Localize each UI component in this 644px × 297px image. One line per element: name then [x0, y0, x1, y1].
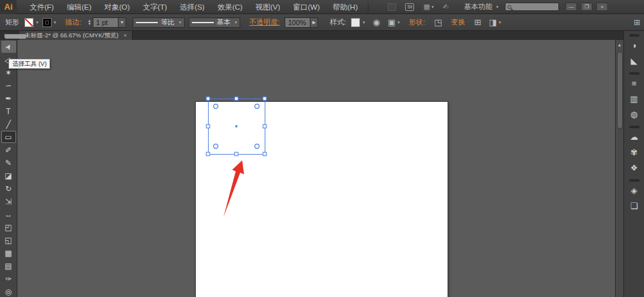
- brush-line-icon: [192, 22, 214, 23]
- opacity-input[interactable]: 100%: [285, 17, 310, 28]
- recolor-artwork-icon[interactable]: ◉: [373, 17, 380, 27]
- menu-item-4[interactable]: 选择(S): [173, 0, 211, 14]
- transparency-panel-icon[interactable]: ◍: [627, 107, 642, 121]
- menu-item-5[interactable]: 效果(C): [211, 0, 249, 14]
- dock-grip[interactable]: [629, 72, 639, 75]
- eyedropper-tool[interactable]: ✑: [1, 273, 16, 285]
- eraser-tool-icon: ◪: [5, 171, 12, 180]
- tooltip: 选择工具 (V): [8, 59, 50, 69]
- stroke-weight-dropdown[interactable]: ▼: [118, 17, 126, 28]
- selection-tool[interactable]: ➤: [1, 41, 16, 53]
- document-tab[interactable]: 未标题-2* @ 66.67% (CMYK/预览) ×: [19, 31, 133, 40]
- stroke-weight-stepper[interactable]: ▲▼: [88, 19, 91, 26]
- fill-color-control[interactable]: ▾: [24, 18, 39, 27]
- brush-definition-dropdown[interactable]: 基本 ▾: [189, 17, 241, 28]
- bridge-icon[interactable]: [388, 3, 396, 11]
- width-profile-dropdown[interactable]: 等比 ▾: [133, 17, 185, 28]
- transform-panel-icon[interactable]: ⊞: [474, 17, 481, 27]
- control-bar: 矩形 ▾ ▾ 描边: ▲▼ 1 pt ▼ 等比 ▾ 基本 ▾ 不透明度: 100…: [0, 14, 644, 31]
- divider: [368, 3, 368, 12]
- lasso-tool[interactable]: ∽: [1, 79, 16, 91]
- scale-tool[interactable]: ⇲: [1, 195, 16, 207]
- search-icon: [507, 5, 511, 9]
- chevron-down-icon: ▾: [397, 20, 400, 25]
- dock-grip[interactable]: [629, 34, 639, 37]
- stroke-panel-icon[interactable]: ≡: [627, 76, 642, 90]
- pen-tool[interactable]: ✒: [1, 92, 16, 104]
- layers-panel-icon[interactable]: ◈: [627, 183, 642, 197]
- stroke-weight-label[interactable]: 描边:: [65, 17, 81, 27]
- chevron-down-icon: ▾: [431, 5, 434, 10]
- fill-swatch-none[interactable]: [24, 18, 33, 27]
- type-tool-icon: T: [6, 107, 10, 116]
- width-tool[interactable]: ↔: [1, 208, 16, 220]
- rectangle-tool-icon: ▭: [5, 133, 12, 142]
- restore-button[interactable]: ❐: [581, 3, 592, 11]
- color-guide-panel-icon[interactable]: ◣: [627, 53, 642, 68]
- artboard[interactable]: [196, 102, 448, 297]
- line-segment-tool[interactable]: ╱: [1, 118, 16, 130]
- dock-grip[interactable]: [629, 126, 639, 128]
- type-tool[interactable]: T: [1, 105, 16, 117]
- transform-label[interactable]: 变换: [451, 17, 465, 27]
- close-button[interactable]: ×: [596, 3, 608, 11]
- stroke-color-control[interactable]: ▾: [43, 18, 57, 27]
- vertical-scrollbar[interactable]: ▲: [615, 40, 623, 297]
- menu-item-2[interactable]: 对象(O): [98, 0, 137, 14]
- workspace-switcher[interactable]: 基本功能 ▾: [464, 2, 498, 12]
- gradient-panel-icon[interactable]: ▥: [627, 91, 642, 106]
- stroke-swatch[interactable]: [43, 18, 52, 27]
- align-options-icon[interactable]: ▣▾: [388, 17, 400, 27]
- menu-item-3[interactable]: 文字(T): [137, 0, 174, 14]
- scrollbar-thumb[interactable]: [617, 52, 623, 129]
- isolate-object-icon[interactable]: ◨▾: [489, 17, 501, 27]
- rotate-tool[interactable]: ↻: [1, 182, 16, 195]
- graphic-style-control[interactable]: ▾: [351, 18, 365, 27]
- stroke-weight-input[interactable]: 1 pt: [93, 17, 118, 28]
- menu-item-6[interactable]: 视图(V): [249, 0, 287, 14]
- eraser-tool[interactable]: ◪: [1, 169, 16, 182]
- symbols-panel-icon[interactable]: ❖: [627, 160, 642, 175]
- artboards-panel-icon[interactable]: ❏: [627, 198, 642, 213]
- tools-panel-grip[interactable]: [5, 34, 26, 39]
- stock-icon[interactable]: St: [405, 3, 414, 11]
- opacity-label[interactable]: 不透明度:: [249, 17, 279, 27]
- chevron-down-icon: ▾: [363, 20, 365, 25]
- control-panel-menu-icon[interactable]: ⊞: [634, 18, 640, 27]
- style-swatch[interactable]: [351, 18, 360, 27]
- minimize-button[interactable]: —: [565, 3, 577, 11]
- shape-builder-tool[interactable]: ◱: [1, 234, 16, 246]
- rotate-tool-icon: ↻: [5, 184, 12, 193]
- target-object-label: 矩形: [5, 17, 19, 27]
- color-panel-icon[interactable]: ◑: [627, 38, 642, 52]
- search-input[interactable]: [505, 3, 559, 11]
- libraries-panel-icon[interactable]: ☁: [627, 129, 642, 144]
- free-transform-tool[interactable]: ◰: [1, 221, 16, 233]
- shape-label[interactable]: 形状:: [409, 17, 425, 27]
- pen-tool-icon: ✒: [5, 94, 12, 103]
- rectangle-tool[interactable]: ▭: [1, 131, 16, 143]
- tab-close-icon[interactable]: ×: [124, 32, 127, 39]
- dock-group-1: ≡▥◍: [624, 69, 644, 121]
- chevron-down-icon: ▾: [498, 20, 501, 25]
- mesh-tool[interactable]: ▦: [1, 247, 16, 259]
- gradient-tool[interactable]: ▤: [1, 260, 16, 272]
- scroll-up-icon[interactable]: ▲: [616, 40, 623, 47]
- menu-item-1[interactable]: 编辑(E): [61, 0, 98, 14]
- opacity-expand-button[interactable]: ▶: [310, 17, 318, 28]
- dock-grip[interactable]: [629, 179, 639, 182]
- brushes-panel-icon[interactable]: ✾: [627, 145, 642, 159]
- blend-tool[interactable]: ◎: [1, 285, 16, 297]
- pencil-tool[interactable]: ✎: [1, 157, 16, 169]
- arrange-documents-icon[interactable]: ▦▾: [423, 3, 433, 11]
- canvas-area[interactable]: [17, 40, 615, 297]
- menu-item-0[interactable]: 文件(F): [23, 0, 61, 14]
- menu-bar: Ai 文件(F)编辑(E)对象(O)文字(T)选择(S)效果(C)视图(V)窗口…: [0, 0, 644, 14]
- chevron-down-icon: ▾: [235, 20, 238, 25]
- menu-item-7[interactable]: 窗口(W): [287, 0, 327, 14]
- gradient-tool-icon: ▤: [5, 262, 12, 271]
- shape-properties-icon[interactable]: ◳: [434, 17, 442, 27]
- menu-item-8[interactable]: 帮助(H): [327, 0, 365, 14]
- share-icon[interactable]: ✍: [442, 3, 448, 11]
- paintbrush-tool[interactable]: ✐: [1, 144, 16, 156]
